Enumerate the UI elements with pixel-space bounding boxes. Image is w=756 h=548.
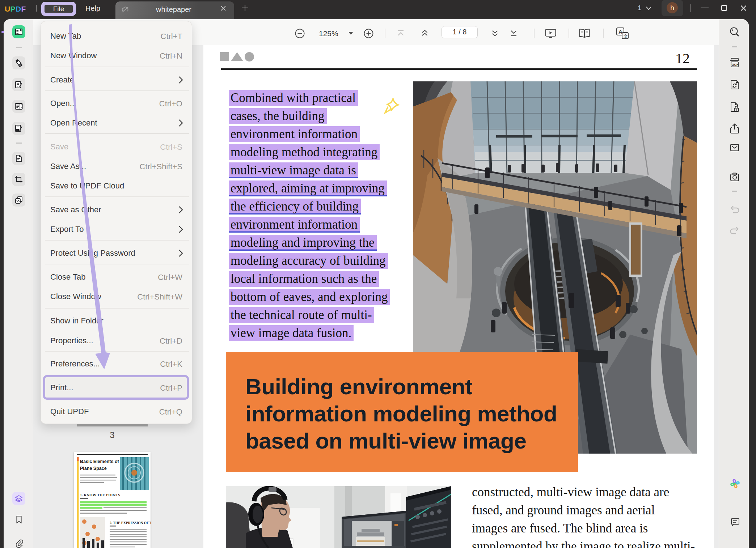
- svg-text:Basic Elements of: Basic Elements of: [80, 459, 119, 464]
- svg-text:OCR: OCR: [732, 63, 739, 67]
- svg-text:2. THE EXPRESSION OF THE DOT: 2. THE EXPRESSION OF THE DOT: [110, 521, 151, 525]
- svg-text:Plane Space: Plane Space: [80, 466, 107, 471]
- svg-text:1. KNOW THE POINTS: 1. KNOW THE POINTS: [80, 493, 120, 497]
- svg-text:文: 文: [624, 34, 628, 39]
